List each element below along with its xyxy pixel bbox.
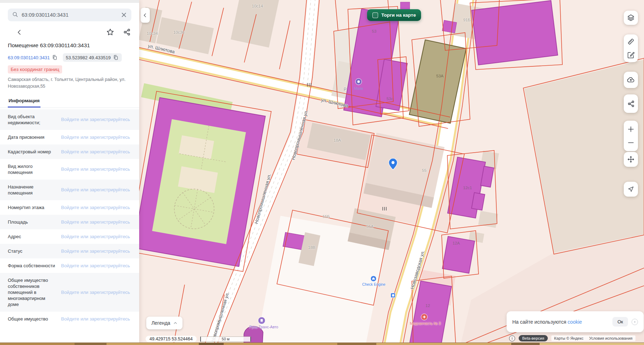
map-share-button[interactable] xyxy=(624,94,638,113)
poi-rus-trans-icon xyxy=(258,317,266,324)
copyright-strip: Карты © Яндекс Условия использования xyxy=(551,335,635,341)
legend-button[interactable]: Легенда xyxy=(146,317,182,329)
cadastral-number-link[interactable]: 63:09:0301140:3431 xyxy=(8,55,50,60)
pan-move-button[interactable] xyxy=(624,152,638,167)
info-row: Номер/тип этажаВойдите или зарегистрируй… xyxy=(0,200,139,215)
search-bar[interactable] xyxy=(8,9,131,21)
building-label: 10с34 xyxy=(147,31,158,35)
auth-link[interactable]: Войдите или зарегистрируйтесь xyxy=(61,116,130,122)
measure-edit-group xyxy=(624,34,638,62)
trades-label: Торги на карте xyxy=(381,12,416,18)
zoom-out-button[interactable] xyxy=(624,136,638,149)
window-top-edge xyxy=(0,0,139,3)
row-label: Кадастровый номер xyxy=(8,149,57,155)
search-icon xyxy=(12,11,18,19)
sidebar: Помещение 63:09:0301140:3431 63:09:03011… xyxy=(0,0,139,345)
building-label: 53А xyxy=(436,74,443,78)
zoom-in-button[interactable] xyxy=(624,122,638,136)
collapse-sidebar-button[interactable] xyxy=(141,8,150,23)
search-input[interactable] xyxy=(22,12,117,18)
maps-copyright: Карты © Яндекс xyxy=(554,336,584,340)
auth-link[interactable]: Войдите или зарегистрируйтесь xyxy=(61,234,130,240)
trades-on-map-toggle[interactable]: Торги на карте xyxy=(367,9,421,21)
cookie-message: На сайте используются cookie xyxy=(512,319,582,325)
auth-link[interactable]: Войдите или зарегистрируйтесь xyxy=(61,263,130,269)
row-label: Вид жилого помещения xyxy=(8,163,57,175)
cursor-coordinates: 49.429715 53.524464 xyxy=(146,336,197,342)
building-label: 12 xyxy=(426,303,430,308)
info-row: АдресВойдите или зарегистрируйтесь xyxy=(0,229,139,244)
row-label: Общее имущество собственников помещений … xyxy=(8,277,57,307)
auth-link[interactable]: Войдите или зарегистрируйтесь xyxy=(61,204,130,210)
building-label: 55 xyxy=(422,168,427,172)
info-row: Общее имуществоВойдите или зарегистрируй… xyxy=(0,312,139,326)
auth-link[interactable]: Войдите или зарегистрируйтесь xyxy=(61,219,130,225)
cadastral-number-chip: 63:09:0301140:3431 xyxy=(8,54,58,61)
row-label: Номер/тип этажа xyxy=(8,204,57,210)
building-label: 53 xyxy=(372,29,377,33)
cookie-link[interactable]: cookie xyxy=(568,319,582,325)
legend-label: Легенда xyxy=(151,320,170,326)
building-label: 12А xyxy=(453,241,460,245)
object-address: Самарская область, г. Тольятти, Централь… xyxy=(8,76,131,90)
tab-information[interactable]: Информация xyxy=(8,96,40,108)
object-actions xyxy=(8,28,131,37)
info-row: ПлощадьВойдите или зарегистрируйтесь xyxy=(0,215,139,229)
poi-mayak-icon xyxy=(355,78,362,85)
cookie-ok-button[interactable]: Ок xyxy=(612,317,628,327)
row-label: Статус xyxy=(8,248,57,254)
auth-link[interactable]: Войдите или зарегистрируйтесь xyxy=(61,289,130,295)
bus-stop-icon xyxy=(391,293,395,298)
building-label: 91Б xyxy=(463,18,470,22)
info-row: Кадастровый номерВойдите или зарегистрир… xyxy=(0,144,139,159)
layers-button[interactable] xyxy=(624,11,638,25)
cadastral-map-app: Помещение 63:09:0301140:3431 63:09:03011… xyxy=(0,0,644,345)
building-label: 53с xyxy=(387,97,393,101)
chevron-up-icon xyxy=(173,321,178,325)
building-label: 12с1 xyxy=(463,186,472,190)
beta-badge: Beta-версия xyxy=(519,335,548,341)
page-title: Помещение 63:09:0301140:3431 xyxy=(8,42,131,49)
info-row: Вид жилого помещенияВойдите или зарегист… xyxy=(0,159,139,180)
poi-check-engine-icon xyxy=(371,276,377,282)
building-label: 18В xyxy=(308,245,315,250)
share-button[interactable] xyxy=(122,28,131,37)
row-label: Форма собственности xyxy=(8,263,57,269)
upload-cloud-button[interactable] xyxy=(624,72,638,88)
copy-icon[interactable] xyxy=(51,54,58,61)
building-label: 18А xyxy=(334,138,341,142)
cookie-banner: На сайте используются cookie Ок xyxy=(507,311,644,332)
cookie-info-icon[interactable] xyxy=(632,319,638,325)
draw-edit-button[interactable] xyxy=(624,48,638,62)
info-row: Общее имущество собственников помещений … xyxy=(0,273,139,312)
ruler-button[interactable] xyxy=(624,35,638,48)
auth-link[interactable]: Войдите или зарегистрируйтесь xyxy=(61,134,130,140)
row-label: Назначение помещения xyxy=(8,184,57,196)
location-pin xyxy=(388,158,398,171)
poi-medsan-label: Медсанчасть № 3 xyxy=(410,321,441,325)
coordinates-chip: 53.523982 49.433519 xyxy=(63,53,122,62)
auth-link[interactable]: Войдите или зарегистрируйтесь xyxy=(61,248,130,254)
zoom-controls xyxy=(624,121,638,151)
building-label: 10с14 xyxy=(252,4,263,8)
auth-link[interactable]: Войдите или зарегистрируйтесь xyxy=(61,187,130,193)
terms-link[interactable]: Условия использования xyxy=(589,336,632,340)
auth-link[interactable]: Войдите или зарегистрируйтесь xyxy=(61,316,130,322)
info-row: Назначение помещенияВойдите или зарегист… xyxy=(0,180,139,200)
row-label: Дата присвоения xyxy=(8,134,57,140)
info-icon[interactable]: i xyxy=(509,335,515,341)
back-button[interactable] xyxy=(16,28,23,36)
info-row: Дата присвоенияВойдите или зарегистрируй… xyxy=(0,130,139,144)
poi-check-engine-label: Check Engine xyxy=(362,282,385,286)
info-row: Форма собственностиВойдите или зарегистр… xyxy=(0,258,139,273)
trades-checkbox[interactable] xyxy=(372,12,378,18)
clear-search-button[interactable] xyxy=(121,12,127,18)
map-attribution: i Beta-версия Карты © Яндекс Условия исп… xyxy=(509,335,635,341)
auth-link[interactable]: Войдите или зарегистрируйтесь xyxy=(61,166,130,172)
auth-link[interactable]: Войдите или зарегистрируйтесь xyxy=(61,149,130,155)
geolocate-button[interactable] xyxy=(624,182,638,197)
copy-icon[interactable] xyxy=(113,54,119,61)
map-area[interactable]: ул. Шлютова ул. Шлютова Новопромышленная… xyxy=(139,0,644,345)
favorite-star-button[interactable] xyxy=(106,28,115,37)
poi-medsan-icon xyxy=(421,314,428,321)
